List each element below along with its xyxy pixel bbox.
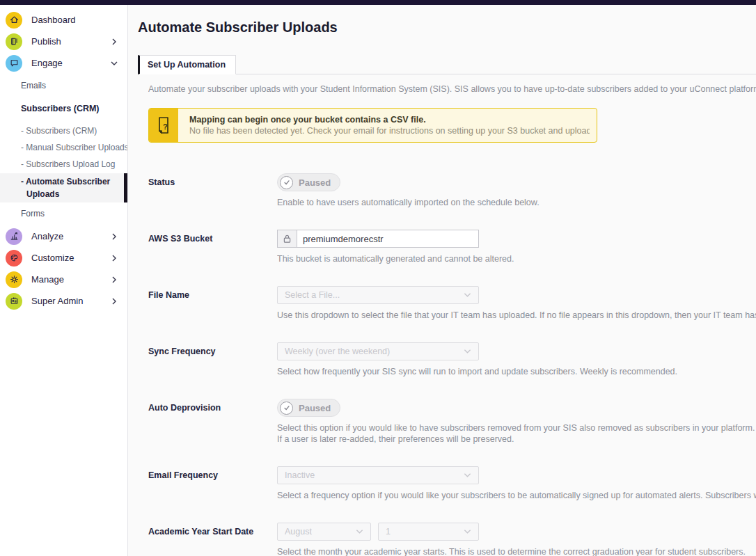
tab-bar: Set Up Automation — [138, 54, 756, 74]
csv-warning-banner: ? Mapping can begin once your bucket con… — [148, 108, 597, 143]
auto-deprovision-help-line2: If a user is later re-added, their prefe… — [277, 434, 756, 445]
sidebar-item-label: Engage — [31, 58, 63, 68]
chevron-down-icon — [464, 529, 471, 534]
chevron-right-icon — [111, 233, 118, 240]
sidebar-item-subscribers-crm[interactable]: - Subscribers (CRM) — [0, 123, 127, 138]
sidebar-item-forms[interactable]: Forms — [0, 206, 127, 221]
auto-deprovision-paused-toggle[interactable]: Paused — [277, 399, 340, 417]
file-name-select[interactable]: Select a File... — [277, 286, 479, 304]
sidebar-item-manage[interactable]: Manage — [0, 269, 127, 290]
alert-body: No file has been detected yet. Check you… — [189, 125, 590, 137]
lock-icon — [277, 230, 297, 248]
sidebar-item-analyze[interactable]: Analyze — [0, 225, 127, 247]
status-paused-toggle[interactable]: Paused — [277, 173, 340, 191]
automation-form: Status Paused Enable to have users autom… — [148, 173, 756, 556]
sidebar-item-label: Manage — [31, 274, 64, 285]
file-name-label: File Name — [148, 286, 277, 321]
status-badge: Paused — [299, 177, 331, 188]
sync-frequency-row: Sync Frequency Weekly (over the weekend)… — [148, 342, 756, 377]
academic-year-day-value: 1 — [386, 527, 391, 537]
id-card-icon — [6, 293, 22, 310]
chevron-down-icon — [464, 472, 471, 478]
sidebar-item-label: Analyze — [31, 231, 63, 241]
main-content: Automate Subscriber Uploads Set Up Autom… — [129, 5, 756, 556]
tab-set-up-automation[interactable]: Set Up Automation — [138, 55, 236, 74]
auto-deprovision-row: Auto Deprovision Paused Select this opti… — [148, 399, 756, 445]
sidebar-item-engage[interactable]: Engage — [0, 52, 127, 74]
email-frequency-label: Email Frequency — [148, 466, 277, 501]
chevron-down-icon — [111, 60, 118, 67]
sidebar-item-label: Super Admin — [31, 296, 83, 306]
file-name-row: File Name Select a File... Use this drop… — [148, 286, 756, 321]
chat-icon — [6, 55, 22, 72]
sidebar-item-subscribers-upload-log[interactable]: - Subscribers Upload Log — [0, 157, 127, 172]
sync-frequency-help: Select how frequently your SIS sync will… — [277, 366, 756, 377]
sync-frequency-label: Sync Frequency — [148, 342, 277, 377]
aws-s3-bucket-input-group — [277, 230, 479, 248]
email-frequency-row: Email Frequency Inactive Select a freque… — [148, 466, 756, 501]
svg-text:?: ? — [163, 122, 168, 131]
check-icon — [280, 176, 293, 189]
sidebar-item-label: Dashboard — [31, 15, 76, 25]
chevron-right-icon — [111, 38, 118, 45]
auto-deprovision-label: Auto Deprovision — [148, 399, 277, 445]
academic-year-row: Academic Year Start Date August 1 Select… — [148, 523, 756, 556]
check-icon — [280, 402, 293, 415]
sync-frequency-value: Weekly (over the weekend) — [285, 347, 390, 356]
palette-icon — [6, 250, 22, 267]
sidebar-item-label: Publish — [31, 36, 61, 47]
sidebar-item-customize[interactable]: Customize — [0, 247, 127, 269]
aws-s3-bucket-help: This bucket is automatically generated a… — [277, 253, 756, 264]
chevron-down-icon — [464, 292, 471, 298]
gear-icon — [6, 271, 22, 288]
sidebar-item-automate-subscriber-uploads[interactable]: - Automate Subscriber Uploads — [0, 173, 127, 202]
sidebar-item-label: - Automate Subscriber Uploads — [26, 175, 113, 200]
status-row: Status Paused Enable to have users autom… — [148, 173, 756, 208]
academic-year-label: Academic Year Start Date — [148, 523, 277, 556]
active-indicator — [124, 173, 127, 202]
sidebar: Dashboard Publish Engage Emails Subscrib… — [0, 5, 128, 556]
sync-frequency-select[interactable]: Weekly (over the weekend) — [277, 342, 479, 360]
alert-text: Mapping can begin once your bucket conta… — [178, 109, 597, 142]
email-frequency-value: Inactive — [285, 470, 315, 480]
sidebar-item-emails[interactable]: Emails — [0, 78, 127, 93]
alert-title: Mapping can begin once your bucket conta… — [189, 114, 590, 125]
sidebar-item-manual-subscriber-uploads[interactable]: - Manual Subscriber Uploads — [0, 140, 127, 155]
sidebar-item-super-admin[interactable]: Super Admin — [0, 290, 127, 312]
bar-chart-icon — [6, 228, 22, 245]
auto-deprovision-badge: Paused — [299, 403, 331, 413]
chevron-down-icon — [356, 529, 363, 534]
file-question-icon: ? — [149, 109, 178, 142]
aws-s3-bucket-row: AWS S3 Bucket This bucket is automatical… — [148, 230, 756, 264]
page-title: Automate Subscriber Uploads — [138, 18, 756, 36]
sidebar-item-label: Customize — [31, 253, 74, 263]
academic-year-month-value: August — [285, 527, 312, 537]
chevron-right-icon — [111, 276, 118, 283]
chevron-down-icon — [464, 349, 471, 354]
aws-s3-bucket-input[interactable] — [297, 230, 479, 248]
chevron-right-icon — [111, 255, 118, 262]
sidebar-item-publish[interactable]: Publish — [0, 31, 127, 52]
top-bar — [0, 0, 756, 5]
auto-deprovision-help-line1: Select this option if you would like to … — [277, 422, 756, 434]
status-help: Enable to have users automatically impor… — [277, 197, 756, 208]
academic-year-month-select[interactable]: August — [277, 523, 371, 541]
home-icon — [6, 12, 22, 29]
chevron-right-icon — [111, 298, 118, 305]
aws-s3-bucket-label: AWS S3 Bucket — [148, 230, 277, 264]
file-name-help: Use this dropdown to select the file tha… — [277, 310, 756, 321]
sidebar-item-dashboard[interactable]: Dashboard — [0, 9, 127, 31]
academic-year-help: Select the month your academic year star… — [277, 546, 756, 556]
academic-year-day-select[interactable]: 1 — [378, 523, 479, 541]
status-label: Status — [148, 173, 277, 208]
intro-text: Automate your subscriber uploads with yo… — [148, 84, 756, 95]
email-frequency-select[interactable]: Inactive — [277, 466, 479, 484]
file-name-placeholder: Select a File... — [285, 290, 340, 300]
book-icon — [6, 33, 22, 50]
email-frequency-help: Select a frequency option if you would l… — [277, 490, 756, 501]
sidebar-group-subscribers-crm[interactable]: Subscribers (CRM) — [0, 101, 127, 116]
